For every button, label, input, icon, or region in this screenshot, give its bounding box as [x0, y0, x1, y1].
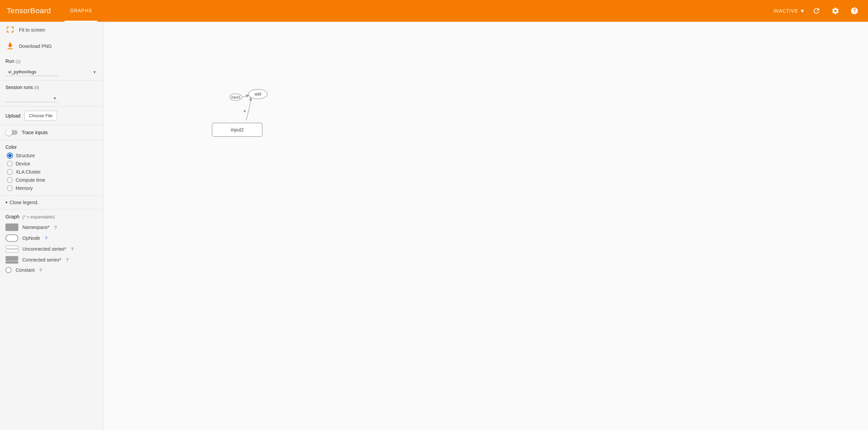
download-png-label: Download PNG [19, 43, 52, 49]
run-label: Run [5, 58, 14, 64]
color-section: Color Structure Device XLA Cluster Compu… [0, 140, 103, 196]
legend-connected-label: Connected series* [22, 257, 61, 263]
unconnected-series-icon [5, 245, 18, 253]
download-png-button[interactable]: Download PNG [0, 38, 103, 54]
trace-inputs-section: Trace inputs [0, 125, 103, 140]
legend-constant-label: Constant [16, 267, 35, 273]
session-runs-select-wrapper [5, 94, 58, 102]
legend-opnode-help[interactable]: ? [45, 236, 47, 241]
run-section: Run (1) vi_python/logs [0, 54, 103, 80]
header-right: INACTIVE ▾ [773, 4, 861, 18]
main-layout: Fit to screen Download PNG Run (1) vi_py… [0, 22, 868, 430]
session-runs-count: (0) [34, 85, 39, 90]
legend-opnode-label: OpNode [22, 235, 40, 241]
legend-section: Graph (* = expandable) Namespace* ? [0, 210, 103, 277]
legend-subtitle: (* = expandable) [22, 214, 55, 219]
color-option-memory[interactable]: Memory [7, 185, 98, 191]
opnode-icon [5, 234, 18, 242]
chevron-down-icon: ▾ [801, 7, 804, 15]
settings-icon [831, 7, 839, 15]
legend-title-row: Graph (* = expandable) [5, 214, 98, 219]
upload-section: Upload Choose File [0, 107, 103, 125]
refresh-button[interactable] [810, 4, 823, 18]
color-xla-cluster-label: XLA Cluster [16, 169, 41, 175]
color-radio-group: Structure Device XLA Cluster Compute tim… [7, 153, 98, 191]
legend-connected-help[interactable]: ? [66, 257, 68, 263]
run-select[interactable]: vi_python/logs [5, 68, 58, 76]
choose-file-button[interactable]: Choose File [24, 111, 57, 121]
radio-xla-cluster [7, 169, 13, 175]
legend-toggle[interactable]: ▾ Close legend. [0, 196, 103, 210]
trace-inputs-label: Trace inputs [22, 130, 48, 135]
download-icon [5, 41, 15, 51]
legend-item-opnode: OpNode ? [5, 234, 98, 242]
svg-text:input2: input2 [231, 127, 244, 132]
color-label: Color [5, 144, 98, 150]
nav-graphs[interactable]: GRAPHS [64, 0, 97, 22]
color-memory-label: Memory [16, 185, 33, 191]
main-nav: GRAPHS [64, 0, 97, 22]
toggle-thumb [5, 129, 12, 136]
legend-title: Graph [5, 214, 20, 219]
legend-item-connected: Connected series* ? [5, 256, 98, 264]
status-label: INACTIVE [773, 8, 798, 14]
help-icon [850, 7, 858, 15]
status-dropdown[interactable]: INACTIVE ▾ [773, 7, 804, 15]
color-option-device[interactable]: Device [7, 161, 98, 167]
radio-device [7, 161, 13, 167]
color-option-xla-cluster[interactable]: XLA Cluster [7, 169, 98, 175]
settings-button[interactable] [829, 4, 842, 18]
radio-structure [7, 153, 13, 159]
refresh-icon [812, 7, 820, 15]
legend-item-constant: Constant ? [5, 267, 98, 273]
fit-to-screen-button[interactable]: Fit to screen [0, 22, 103, 38]
legend-namespace-label: Namespace* [22, 225, 50, 230]
radio-compute-time [7, 177, 13, 183]
legend-item-namespace: Namespace* ? [5, 223, 98, 231]
session-runs-section: Session runs (0) [0, 80, 103, 107]
color-structure-label: Structure [16, 153, 35, 158]
radio-memory [7, 185, 13, 191]
trace-inputs-toggle[interactable] [5, 129, 18, 136]
fit-to-screen-icon [5, 25, 15, 35]
run-count: (1) [16, 59, 21, 64]
color-option-compute-time[interactable]: Compute time [7, 177, 98, 183]
app-title: TensorBoard [7, 6, 51, 15]
color-compute-time-label: Compute time [16, 177, 45, 183]
chevron-down-icon: ▾ [5, 200, 7, 205]
run-select-wrapper: vi_python/logs [5, 68, 98, 76]
namespace-icon [5, 223, 18, 231]
help-button[interactable] [848, 4, 861, 18]
legend-constant-help[interactable]: ? [39, 268, 42, 273]
legend-items: Namespace* ? OpNode ? Unconnected [5, 223, 98, 273]
connected-series-icon [5, 256, 18, 264]
legend-toggle-label: Close legend. [10, 200, 39, 205]
color-device-label: Device [16, 161, 30, 166]
session-runs-label: Session runs [5, 85, 33, 90]
legend-unconnected-help[interactable]: ? [71, 247, 73, 252]
legend-unconnected-label: Unconnected series* [22, 246, 66, 252]
session-runs-select[interactable] [5, 94, 58, 102]
legend-item-unconnected: Unconnected series* ? [5, 245, 98, 253]
svg-text:add: add [254, 92, 261, 96]
graph-svg: add input1 input2 [103, 22, 868, 430]
svg-text:input1: input1 [231, 95, 241, 99]
upload-label: Upload [5, 113, 20, 119]
svg-point-6 [244, 110, 246, 112]
legend-namespace-help[interactable]: ? [54, 225, 57, 230]
header: TensorBoard GRAPHS INACTIVE ▾ [0, 0, 868, 22]
graph-canvas[interactable]: add input1 input2 [103, 22, 868, 430]
sidebar: Fit to screen Download PNG Run (1) vi_py… [0, 22, 103, 430]
fit-to-screen-label: Fit to screen [19, 27, 45, 33]
constant-icon [5, 267, 12, 273]
color-option-structure[interactable]: Structure [7, 153, 98, 159]
